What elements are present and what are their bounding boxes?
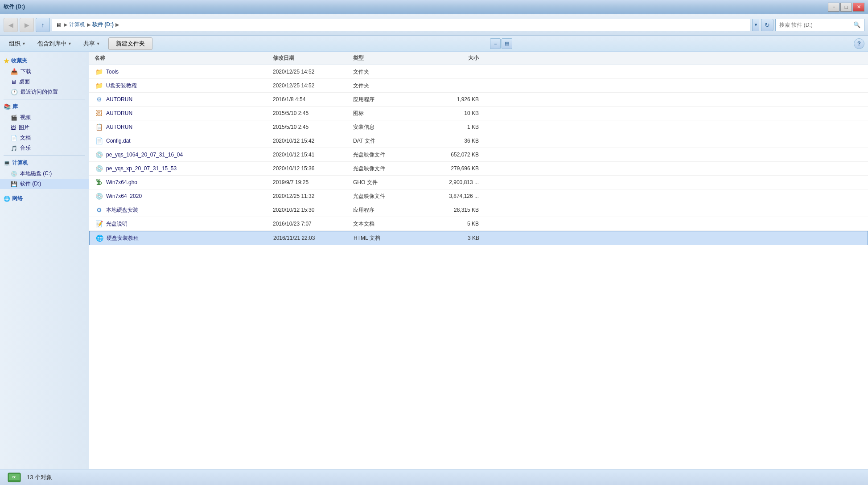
sidebar-music-label: 音乐	[20, 144, 31, 152]
file-icon: 💿	[95, 150, 103, 159]
menu-share[interactable]: 共享 ▼	[78, 38, 106, 49]
column-size-label: 大小	[468, 55, 479, 61]
titlebar-title: 软件 (D:)	[4, 3, 25, 11]
view-details-button[interactable]: ▤	[502, 38, 512, 49]
sidebar-item-recent[interactable]: 🕐 最近访问的位置	[0, 87, 89, 97]
desktop-icon: 🖥	[11, 78, 16, 85]
file-size-cell: 3,874,126 ...	[418, 192, 481, 200]
column-name-label: 名称	[95, 55, 105, 61]
menu-include-library[interactable]: 包含到库中 ▼	[32, 38, 77, 49]
help-button[interactable]: ?	[854, 38, 864, 49]
minimize-button[interactable]: －	[828, 3, 839, 12]
file-icon: 📋	[95, 123, 103, 132]
search-icon[interactable]: 🔍	[853, 21, 860, 28]
table-row[interactable]: 🖼 AUTORUN 2015/5/10 2:45 图标 10 KB	[89, 107, 868, 120]
sidebar-documents-label: 文档	[20, 134, 31, 142]
file-name-cell: 💿 Win7x64_2020	[93, 191, 271, 201]
titlebar-buttons: － □ ✕	[828, 3, 864, 12]
library-icon: 📚	[4, 103, 11, 110]
table-row[interactable]: 💿 Win7x64_2020 2020/12/25 11:32 光盘映像文件 3…	[89, 189, 868, 203]
sidebar-item-drive-c[interactable]: 💿 本地磁盘 (C:)	[0, 169, 89, 179]
address-separator-3: ▶	[115, 22, 119, 28]
maximize-button[interactable]: □	[840, 3, 852, 12]
sidebar-header-library[interactable]: 📚 库	[0, 101, 89, 112]
sidebar-item-video[interactable]: 🎬 视频	[0, 112, 89, 123]
new-folder-button[interactable]: 新建文件夹	[108, 37, 152, 50]
up-button[interactable]: ↑	[36, 18, 50, 32]
sidebar-item-drive-d[interactable]: 💾 软件 (D:)	[0, 179, 89, 189]
sidebar-drive-c-label: 本地磁盘 (C:)	[20, 170, 52, 177]
file-name-label: Config.dat	[106, 138, 269, 144]
file-name-label: 本地硬盘安装	[106, 206, 269, 214]
column-header-size[interactable]: 大小	[418, 53, 481, 63]
breadcrumb-drive[interactable]: 软件 (D:)	[92, 21, 114, 29]
table-row[interactable]: 📝 光盘说明 2016/10/23 7:07 文本文档 5 KB	[89, 217, 868, 231]
sidebar-library-label: 库	[12, 103, 18, 111]
sidebar-section-library: 📚 库 🎬 视频 🖼 图片 📄 文档 🎵 音乐	[0, 101, 89, 153]
file-date-cell: 2015/5/10 2:45	[271, 109, 351, 117]
images-icon: 🖼	[11, 125, 16, 131]
close-button[interactable]: ✕	[853, 3, 864, 12]
file-date-cell: 2020/10/12 15:36	[271, 164, 351, 173]
column-header-name[interactable]: 名称	[93, 53, 271, 63]
sidebar-item-desktop[interactable]: 🖥 桌面	[0, 77, 89, 87]
table-row[interactable]: 📋 AUTORUN 2015/5/10 2:45 安装信息 1 KB	[89, 120, 868, 134]
sidebar-item-images[interactable]: 🖼 图片	[0, 123, 89, 133]
sidebar-header-network[interactable]: 🌐 网络	[0, 193, 89, 204]
computer-icon: 🖥	[56, 21, 62, 29]
sidebar-item-music[interactable]: 🎵 音乐	[0, 143, 89, 153]
status-count: 13 个对象	[27, 473, 52, 481]
file-name-cell: 💿 pe_yqs_xp_20_07_31_15_53	[93, 163, 271, 174]
table-row[interactable]: 📄 Config.dat 2020/10/12 15:42 DAT 文件 36 …	[89, 134, 868, 148]
file-size-cell: 279,696 KB	[418, 164, 481, 173]
status-app-icon: D:	[7, 470, 21, 485]
file-name-cell: 💿 pe_yqs_1064_20_07_31_16_04	[93, 149, 271, 160]
file-name-cell: 📄 Config.dat	[93, 136, 271, 146]
table-row[interactable]: 🌐 硬盘安装教程 2016/11/21 22:03 HTML 文档 3 KB	[89, 231, 868, 245]
forward-button[interactable]: ▶	[20, 18, 34, 32]
file-size-cell: 28,315 KB	[418, 206, 481, 214]
table-row[interactable]: ⚙ 本地硬盘安装 2020/10/12 15:30 应用程序 28,315 KB	[89, 203, 868, 217]
recent-icon: 🕐	[11, 89, 18, 95]
file-icon: 📁	[95, 67, 103, 76]
menu-include-library-label: 包含到库中	[37, 40, 66, 48]
file-name-label: AUTORUN	[106, 110, 269, 116]
sidebar-item-downloads[interactable]: 📥 下载	[0, 66, 89, 77]
column-header-type[interactable]: 类型	[351, 53, 418, 63]
file-date-cell: 2016/10/23 7:07	[271, 220, 351, 228]
search-input[interactable]	[779, 22, 852, 28]
table-row[interactable]: ⚙ AUTORUN 2016/1/8 4:54 应用程序 1,926 KB	[89, 93, 868, 107]
file-name-label: AUTORUN	[106, 96, 269, 103]
back-button[interactable]: ◀	[4, 18, 18, 32]
table-row[interactable]: 💿 pe_yqs_1064_20_07_31_16_04 2020/10/12 …	[89, 148, 868, 162]
sidebar-header-favorites[interactable]: ★ 收藏夹	[0, 55, 89, 66]
address-dropdown-button[interactable]: ▼	[752, 19, 759, 31]
sidebar-header-computer[interactable]: 💻 计算机	[0, 157, 89, 169]
file-name-cell: 📁 U盘安装教程	[93, 80, 271, 91]
file-icon: 🖼	[95, 109, 103, 118]
address-bar[interactable]: 🖥 ▶ 计算机 ▶ 软件 (D:) ▶	[52, 19, 750, 31]
file-size-cell: 10 KB	[418, 109, 481, 117]
menu-organize[interactable]: 组织 ▼	[4, 38, 31, 49]
column-header-date[interactable]: 修改日期	[271, 53, 351, 63]
file-date-cell: 2016/1/8 4:54	[271, 95, 351, 103]
file-size-cell: 652,072 KB	[418, 151, 481, 159]
file-name-label: 光盘说明	[106, 220, 269, 228]
main-area: ★ 收藏夹 📥 下载 🖥 桌面 🕐 最近访问的位置 📚 库	[0, 52, 868, 469]
file-icon: 🌐	[95, 234, 104, 242]
sidebar-video-label: 视频	[20, 114, 31, 121]
documents-icon: 📄	[11, 135, 17, 141]
table-row[interactable]: 💿 pe_yqs_xp_20_07_31_15_53 2020/10/12 15…	[89, 162, 868, 176]
breadcrumb-computer[interactable]: 计算机	[69, 21, 85, 29]
table-row[interactable]: 📁 U盘安装教程 2020/12/25 14:52 文件夹	[89, 79, 868, 93]
table-row[interactable]: 📁 Tools 2020/12/25 14:52 文件夹	[89, 65, 868, 79]
view-toggle-button[interactable]: ≡	[490, 38, 501, 49]
sidebar-item-documents[interactable]: 📄 文档	[0, 133, 89, 143]
file-size-cell: 2,900,813 ...	[418, 178, 481, 186]
refresh-button[interactable]: ↻	[761, 19, 773, 31]
file-type-cell: HTML 文档	[352, 234, 419, 243]
file-date-cell: 2020/12/25 14:52	[271, 68, 351, 76]
table-row[interactable]: 🗜 Win7x64.gho 2019/9/7 19:25 GHO 文件 2,90…	[89, 176, 868, 189]
drive-c-icon: 💿	[11, 171, 17, 177]
file-size-cell: 1 KB	[418, 123, 481, 131]
